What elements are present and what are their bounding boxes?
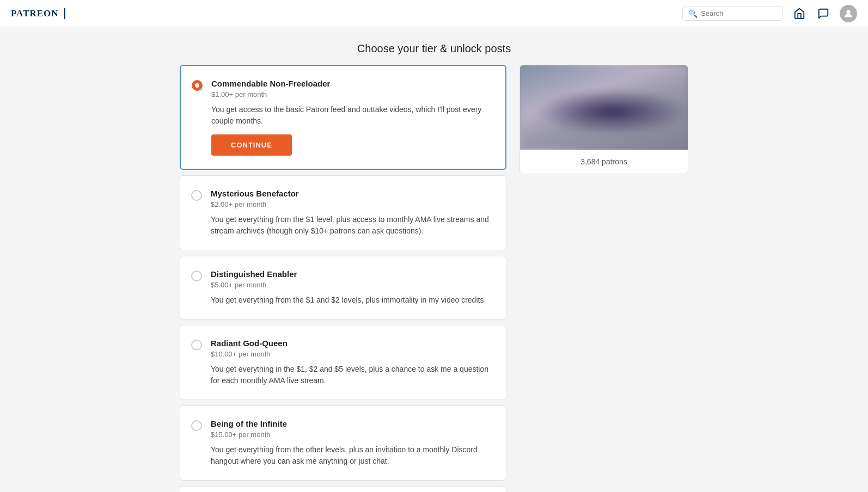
search-container[interactable]: 🔍: [682, 7, 783, 21]
tier-name-4: Radiant God-Queen: [211, 339, 493, 348]
tier-card-6[interactable]: Custom pledge Support without selecting …: [180, 486, 506, 492]
header-actions: 🔍: [682, 5, 857, 22]
tier-description-1: You get access to the basic Patron feed …: [211, 104, 492, 127]
svg-point-0: [847, 10, 851, 14]
tier-card-4[interactable]: Radiant God-Queen $10.00+ per month You …: [180, 325, 506, 400]
tier-card-1[interactable]: Commendable Non-Freeloader $1.00+ per mo…: [180, 65, 506, 170]
main-layout: Commendable Non-Freeloader $1.00+ per mo…: [107, 65, 761, 492]
search-icon: 🔍: [688, 9, 698, 18]
radio-circle-1: [192, 80, 203, 91]
tier-description-2: You get everything from the $1 level, pl…: [211, 214, 493, 237]
radio-circle-2: [191, 190, 202, 201]
radio-5: [191, 419, 202, 467]
tier-description-4: You get everything in the $1, $2 and $5 …: [211, 364, 493, 386]
creator-banner: [520, 65, 688, 150]
tier-price-3: $5.00+ per month: [211, 281, 493, 289]
tier-name-5: Being of the Infinite: [211, 419, 493, 428]
radio-circle-5: [191, 420, 202, 431]
radio-2: [191, 189, 202, 237]
radio-4: [191, 339, 202, 386]
tier-price-5: $15.00+ per month: [211, 430, 493, 439]
tier-card-3[interactable]: Distinguished Enabler $5.00+ per month Y…: [180, 256, 506, 319]
tier-description-3: You get everything from the $1 and $2 le…: [211, 294, 493, 306]
home-button[interactable]: [792, 6, 807, 21]
tier-name-2: Mysterious Benefactor: [211, 189, 493, 198]
tiers-column: Commendable Non-Freeloader $1.00+ per mo…: [180, 65, 506, 492]
tier-content-5: Being of the Infinite $15.00+ per month …: [211, 419, 493, 467]
radio-1: [192, 79, 203, 156]
messages-button[interactable]: [816, 6, 831, 21]
search-input[interactable]: [701, 9, 777, 17]
tier-name-3: Distinguished Enabler: [211, 269, 493, 279]
creator-card: 3,684 patrons: [519, 65, 688, 174]
tier-price-4: $10.00+ per month: [211, 350, 493, 358]
patrons-count: 3,684 patrons: [520, 150, 688, 174]
tier-description-5: You get everything from the other levels…: [211, 444, 493, 467]
continue-button[interactable]: CONTINUE: [211, 134, 292, 156]
tier-name-1: Commendable Non-Freeloader: [211, 79, 492, 88]
tier-content-3: Distinguished Enabler $5.00+ per month Y…: [211, 269, 493, 306]
radio-3: [191, 269, 202, 306]
tier-content-1: Commendable Non-Freeloader $1.00+ per mo…: [211, 79, 492, 156]
tier-content-2: Mysterious Benefactor $2.00+ per month Y…: [211, 189, 493, 237]
page-title-wrap: Choose your tier & unlock posts: [0, 27, 868, 65]
radio-circle-3: [191, 270, 202, 281]
patreon-logo: PATREON: [11, 8, 65, 19]
tier-price-2: $2.00+ per month: [211, 200, 493, 208]
user-avatar[interactable]: [840, 5, 857, 22]
right-column: 3,684 patrons: [519, 65, 688, 492]
page-title: Choose your tier & unlock posts: [0, 42, 868, 55]
tier-content-4: Radiant God-Queen $10.00+ per month You …: [211, 339, 493, 386]
radio-circle-4: [191, 340, 202, 350]
main-header: PATREON 🔍: [0, 0, 868, 27]
creator-banner-inner: [520, 65, 688, 150]
tier-price-1: $1.00+ per month: [211, 90, 492, 99]
tier-card-2[interactable]: Mysterious Benefactor $2.00+ per month Y…: [180, 175, 506, 250]
tier-card-5[interactable]: Being of the Infinite $15.00+ per month …: [180, 405, 506, 481]
